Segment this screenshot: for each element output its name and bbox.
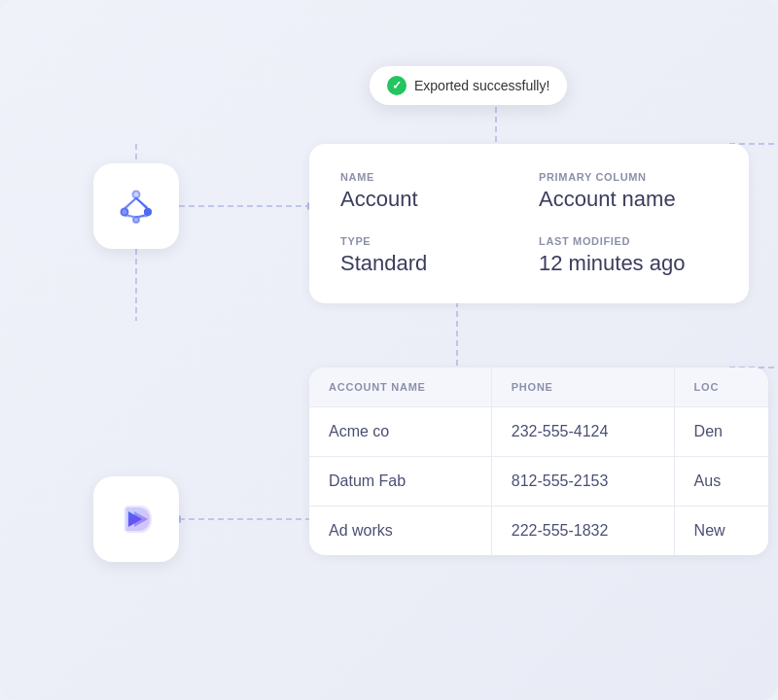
table-body: Acme co 232-555-4124 Den Datum Fab 812-5… (309, 407, 768, 556)
name-field: NAME Account (340, 171, 519, 212)
network-icon-box (93, 163, 179, 249)
cell-loc-2: Aus (674, 457, 768, 507)
info-grid: NAME Account PRIMARY COLUMN Account name… (340, 171, 718, 276)
cell-account-name-2: Datum Fab (309, 457, 491, 507)
type-label: TYPE (340, 235, 519, 247)
primary-column-value: Account name (539, 187, 718, 212)
header-row: ACCOUNT NAME PHONE LOC (309, 368, 768, 407)
info-card: NAME Account PRIMARY COLUMN Account name… (309, 144, 749, 303)
cell-phone-2: 812-555-2153 (491, 457, 674, 507)
type-value: Standard (340, 251, 519, 276)
success-toast: Exported successfully! (370, 66, 567, 105)
network-icon (113, 183, 159, 229)
table-row: Acme co 232-555-4124 Den (309, 407, 768, 457)
toast-message: Exported successfully! (414, 78, 549, 93)
primary-column-field: PRIMARY COLUMN Account name (539, 171, 718, 212)
svg-point-20 (145, 209, 152, 216)
cell-phone-1: 232-555-4124 (491, 407, 674, 457)
last-modified-value: 12 minutes ago (539, 251, 718, 276)
table-row: Datum Fab 812-555-2153 Aus (309, 457, 768, 507)
last-modified-field: LAST MODIFIED 12 minutes ago (539, 235, 718, 276)
check-icon (387, 76, 407, 95)
table-card: ACCOUNT NAME PHONE LOC Acme co 232-555-4… (309, 368, 768, 555)
cell-loc-1: Den (674, 407, 768, 457)
dynamics-icon (113, 496, 159, 542)
name-value: Account (340, 187, 519, 212)
data-table: ACCOUNT NAME PHONE LOC Acme co 232-555-4… (309, 368, 768, 555)
name-label: NAME (340, 171, 519, 183)
table-header: ACCOUNT NAME PHONE LOC (309, 368, 768, 407)
cell-account-name-3: Ad works (309, 507, 491, 556)
dynamics-icon-box (93, 476, 179, 562)
cell-loc-3: New (674, 507, 768, 556)
table-row: Ad works 222-555-1832 New (309, 507, 768, 556)
col-account-name: ACCOUNT NAME (309, 368, 491, 407)
col-loc: LOC (674, 368, 768, 407)
type-field: TYPE Standard (340, 235, 519, 276)
primary-column-label: PRIMARY COLUMN (539, 171, 718, 183)
last-modified-label: LAST MODIFIED (539, 235, 718, 247)
background (0, 0, 778, 700)
col-phone: PHONE (491, 368, 674, 407)
cell-account-name-1: Acme co (309, 407, 491, 457)
cell-phone-3: 222-555-1832 (491, 507, 674, 556)
